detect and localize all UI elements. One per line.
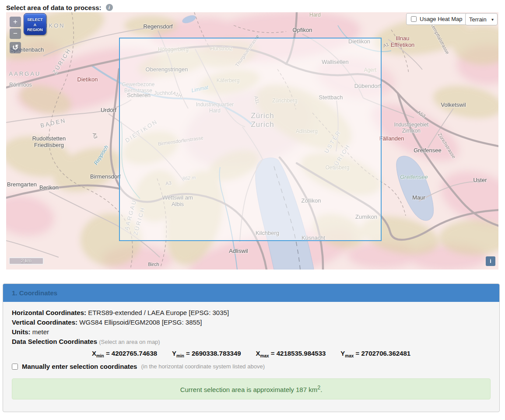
coordinates-body: Horizontal Coordinates: ETRS89-extended … [3,302,499,412]
basemap-select[interactable]: Terrain ▾ [465,13,498,25]
map-label: Maur [412,195,425,201]
scale-bar: 2 km [9,257,44,265]
map-label: A3 [91,132,98,140]
map-label: Bremgarten [7,182,37,188]
zoom-out-button[interactable]: − [10,28,21,39]
map-label: Opfikon [293,27,312,34]
map-label: Urdorf [101,107,116,114]
manual-coordinates-label: Manually enter selection coordinates [22,362,137,371]
map-label: Rudolfstetten Friedlisberg [32,136,66,149]
map-label: BADEN [40,117,67,129]
map-label: Industriegebiet Zimikon [394,122,429,134]
alert-suffix: . [320,386,322,393]
map-label: Birch [148,262,159,267]
usage-heat-map-toggle[interactable]: Usage Heat Map [406,13,467,25]
map-label: Birmensdorf [90,174,121,180]
basemap-value: Terrain [469,16,487,23]
map-info-button[interactable]: i [486,256,495,266]
map-label: Greifensee [400,174,428,181]
vertical-coordinates-value: WGS84 Ellipsoid/EGM2008 [EPSG: 3855] [79,318,202,326]
horizontal-coordinates-label: Horizontal Coordinates: [12,309,86,316]
units-value: meter [32,328,49,336]
map-label: Fällanden [379,136,404,142]
select-region-line2: A [24,23,46,28]
map-label: Regensdorf [143,24,172,30]
ymin-value: Ymin = 2690338.783349 [172,350,241,358]
data-selection-coordinates-row: Data Selection Coordinates (Select an ar… [12,337,491,347]
coordinates-panel: 1. Coordinates Horizontal Coordinates: E… [3,284,500,412]
selection-area-alert: Current selection area is approximately … [12,378,491,399]
map-label: AARGAU [9,71,41,77]
horizontal-coordinates-row: Horizontal Coordinates: ETRS89-extended … [12,308,491,318]
page-title-row: Select area of data to process: i [0,0,505,12]
vertical-coordinates-label: Vertical Coordinates: [12,318,77,326]
manual-coordinates-checkbox[interactable] [12,364,18,370]
map-label: Berikon [39,185,59,191]
manual-coordinates-row: Manually enter selection coordinates (in… [12,362,491,371]
map-label: Zürichstrasse [437,132,457,160]
coordinates-section-header: 1. Coordinates [3,284,499,302]
select-region-line3: REGION [24,28,46,33]
usage-heat-map-checkbox[interactable] [411,16,417,22]
page-title: Select area of data to process: [6,4,102,11]
map-label: Illnau Effretikon [391,35,415,49]
select-region-line1: SELECT [24,18,46,23]
map-label: Reppisch [93,144,110,166]
map-label: ZÜRICH [52,47,73,76]
horizontal-coordinates-value: ETRS89-extended / LAEA Europe [EPSG: 303… [88,309,229,316]
map-label: Adliswil [229,248,248,255]
map-canvas[interactable]: DIETIKONRegensdorfOpfikonHardDietlikonIl… [6,12,498,270]
zoom-in-button[interactable]: + [10,17,21,27]
units-label: Units: [12,328,31,336]
map-label: Uster [473,177,487,184]
map-label: Dietikon [77,77,98,83]
map-label: Greifensee [414,147,442,154]
reset-view-icon[interactable]: ↺ [10,42,21,53]
selection-rectangle[interactable] [119,38,382,241]
map-label: A1 [382,42,390,49]
selection-coordinate-values: Xmin = 4202765.74638 Ymin = 2690338.7833… [12,350,491,358]
data-selection-coordinates-label: Data Selection Coordinates [12,338,97,345]
map-label: Hard [309,12,321,18]
units-row: Units: meter [12,327,491,337]
map-label: A53 [416,109,426,119]
select-a-region-button[interactable]: SELECT A REGION [24,13,46,35]
xmax-value: Xmax = 4218535.984533 [256,350,326,358]
map-label: Kempttalstrasse [429,22,450,55]
xmin-value: Xmin = 4202765.74638 [92,350,157,358]
vertical-coordinates-row: Vertical Coordinates: WGS84 Ellipsoid/EG… [12,318,491,327]
map-label: Rörimoos [9,82,32,88]
chevron-down-icon: ▾ [491,17,494,22]
data-selection-coordinates-note: (Select an area on map) [99,339,160,345]
alert-text: Current selection area is approximately … [180,386,317,393]
usage-heat-map-label: Usage Heat Map [420,16,463,22]
info-icon[interactable]: i [106,4,113,11]
map-label: Volketswil [441,102,466,108]
ymax-value: Ymax = 2702706.362481 [340,350,410,358]
manual-coordinates-note: (in the horizontal coordinate system lis… [141,362,265,371]
